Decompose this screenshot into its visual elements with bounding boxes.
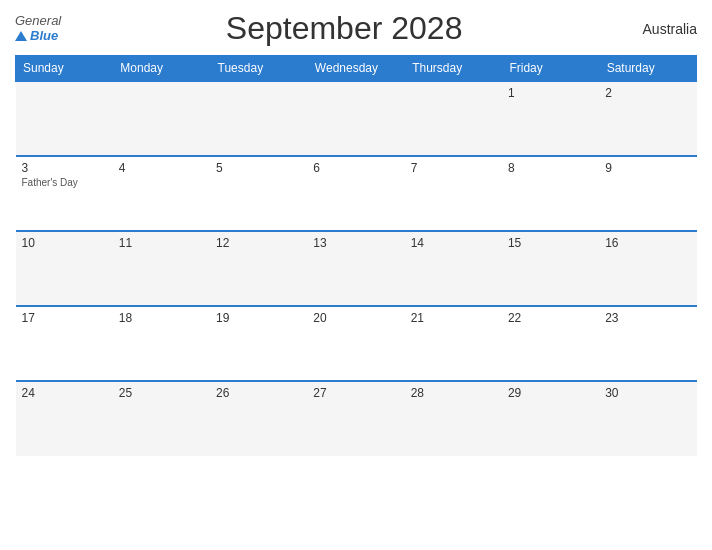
logo-triangle-icon: [15, 31, 27, 41]
calendar-cell: 21: [405, 306, 502, 381]
logo-blue-text: Blue: [30, 29, 58, 43]
calendar-cell: 30: [599, 381, 696, 456]
day-number: 15: [508, 236, 593, 250]
day-number: 29: [508, 386, 593, 400]
calendar-cell: 4: [113, 156, 210, 231]
day-number: 30: [605, 386, 690, 400]
header-thursday: Thursday: [405, 56, 502, 82]
calendar-cell: 18: [113, 306, 210, 381]
calendar-container: General Blue September 2028 Australia Su…: [0, 0, 712, 550]
calendar-cell: 1: [502, 81, 599, 156]
day-number: 23: [605, 311, 690, 325]
calendar-cell: [113, 81, 210, 156]
calendar-cell: 19: [210, 306, 307, 381]
day-number: 21: [411, 311, 496, 325]
calendar-cell: [405, 81, 502, 156]
calendar-cell: 12: [210, 231, 307, 306]
calendar-grid: Sunday Monday Tuesday Wednesday Thursday…: [15, 55, 697, 456]
calendar-cell: 29: [502, 381, 599, 456]
calendar-cell: 24: [16, 381, 113, 456]
day-number: 3: [22, 161, 107, 175]
holiday-label: Father's Day: [22, 177, 107, 188]
day-number: 8: [508, 161, 593, 175]
calendar-cell: 14: [405, 231, 502, 306]
calendar-week-row: 10111213141516: [16, 231, 697, 306]
day-number: 13: [313, 236, 398, 250]
calendar-cell: 25: [113, 381, 210, 456]
logo-general-text: General: [15, 14, 61, 28]
day-number: 16: [605, 236, 690, 250]
calendar-title: September 2028: [61, 10, 627, 47]
calendar-cell: 3Father's Day: [16, 156, 113, 231]
day-number: 7: [411, 161, 496, 175]
country-label: Australia: [627, 21, 697, 37]
calendar-cell: 15: [502, 231, 599, 306]
day-number: 18: [119, 311, 204, 325]
calendar-cell: 16: [599, 231, 696, 306]
day-number: 1: [508, 86, 593, 100]
calendar-cell: 22: [502, 306, 599, 381]
day-number: 22: [508, 311, 593, 325]
calendar-cell: 17: [16, 306, 113, 381]
calendar-cell: 5: [210, 156, 307, 231]
day-number: 24: [22, 386, 107, 400]
day-number: 9: [605, 161, 690, 175]
calendar-cell: 13: [307, 231, 404, 306]
header-tuesday: Tuesday: [210, 56, 307, 82]
header-wednesday: Wednesday: [307, 56, 404, 82]
day-number: 19: [216, 311, 301, 325]
calendar-cell: 28: [405, 381, 502, 456]
day-number: 26: [216, 386, 301, 400]
calendar-week-row: 12: [16, 81, 697, 156]
day-number: 6: [313, 161, 398, 175]
calendar-cell: [307, 81, 404, 156]
calendar-cell: 11: [113, 231, 210, 306]
day-number: 2: [605, 86, 690, 100]
day-number: 5: [216, 161, 301, 175]
logo: General Blue: [15, 14, 61, 43]
day-number: 12: [216, 236, 301, 250]
calendar-cell: 7: [405, 156, 502, 231]
calendar-week-row: 24252627282930: [16, 381, 697, 456]
calendar-week-row: 3Father's Day456789: [16, 156, 697, 231]
day-number: 14: [411, 236, 496, 250]
calendar-cell: 8: [502, 156, 599, 231]
header-saturday: Saturday: [599, 56, 696, 82]
calendar-cell: 6: [307, 156, 404, 231]
calendar-cell: 26: [210, 381, 307, 456]
day-number: 4: [119, 161, 204, 175]
day-number: 20: [313, 311, 398, 325]
header-monday: Monday: [113, 56, 210, 82]
logo-blue-row: Blue: [15, 29, 58, 43]
calendar-cell: 2: [599, 81, 696, 156]
day-number: 28: [411, 386, 496, 400]
calendar-cell: 20: [307, 306, 404, 381]
day-number: 25: [119, 386, 204, 400]
day-number: 11: [119, 236, 204, 250]
calendar-week-row: 17181920212223: [16, 306, 697, 381]
calendar-cell: [16, 81, 113, 156]
day-number: 10: [22, 236, 107, 250]
weekday-header-row: Sunday Monday Tuesday Wednesday Thursday…: [16, 56, 697, 82]
day-number: 27: [313, 386, 398, 400]
calendar-cell: 27: [307, 381, 404, 456]
header-friday: Friday: [502, 56, 599, 82]
header: General Blue September 2028 Australia: [15, 10, 697, 47]
calendar-cell: 23: [599, 306, 696, 381]
calendar-cell: 9: [599, 156, 696, 231]
header-sunday: Sunday: [16, 56, 113, 82]
calendar-cell: [210, 81, 307, 156]
calendar-cell: 10: [16, 231, 113, 306]
day-number: 17: [22, 311, 107, 325]
